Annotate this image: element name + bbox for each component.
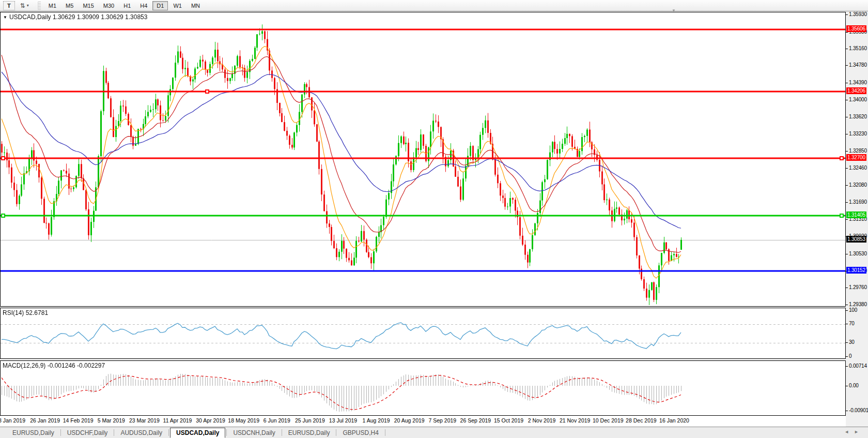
axis-tick-mark	[846, 366, 848, 367]
tab-separator	[168, 429, 169, 436]
tab-scroll-right-icon[interactable]: ►	[854, 429, 864, 434]
timeframe-button-mn[interactable]: MN	[187, 1, 204, 10]
level-price-label: 1.32700	[846, 154, 866, 161]
macd-tick-label: 0.00714	[849, 363, 867, 369]
timeframe-button-h1[interactable]: H1	[119, 1, 135, 10]
axis-tick-mark	[846, 288, 848, 288]
price-tick-label: 1.35160	[849, 46, 867, 51]
toolbar-separator	[38, 2, 41, 10]
timeframe-button-m15[interactable]: M15	[79, 1, 98, 10]
tab-scroll-controls: ◄►	[844, 429, 864, 434]
rsi-tick-label: 70	[849, 321, 855, 326]
chart-tab-gbpusd-h4[interactable]: GBPUSD,H4	[337, 428, 383, 437]
rsi-tick-label: 100	[849, 307, 857, 313]
value-axis[interactable]: 1.359301.355301.351601.347801.343901.340…	[846, 12, 868, 416]
axis-tick-mark	[846, 185, 848, 186]
price-tick-label: 1.32080	[849, 182, 867, 188]
timeframe-button-h4[interactable]: H4	[136, 1, 151, 10]
tab-scroll-left-icon[interactable]: ◄	[844, 429, 854, 434]
rsi-canvas[interactable]	[1, 308, 845, 358]
chart-tab-bar: EURUSD,DailyUSDCHF,DailyAUDUSD,DailyUSDC…	[0, 427, 868, 438]
timeframe-button-m1[interactable]: M1	[44, 1, 60, 10]
rsi-indicator-label: RSI(14) 52.6781	[3, 309, 48, 316]
axis-tick-mark	[846, 83, 848, 83]
date-label: 21 Nov 2019	[560, 417, 591, 424]
date-label: 10 Dec 2019	[593, 417, 624, 424]
date-label: 25 Jun 2019	[295, 417, 325, 424]
chart-ohlc-header: ▼USDCAD,Daily 1.30629 1.30909 1.30629 1.…	[3, 13, 147, 21]
price-tick-label: 1.32460	[849, 165, 867, 171]
macd-canvas[interactable]	[1, 361, 845, 415]
axis-tick-mark	[846, 254, 848, 254]
axis-tick-mark	[846, 117, 848, 117]
date-label: 14 Feb 2019	[63, 417, 94, 424]
time-axis[interactable]: 8 Jan 201926 Jan 201914 Feb 20195 Mar 20…	[0, 416, 846, 427]
mt4-window: { "toolbar": { "text_tool_label": "T", "…	[0, 0, 868, 438]
price-tick-label: 1.33230	[849, 131, 867, 137]
timeframe-button-w1[interactable]: W1	[169, 1, 186, 10]
date-label: 16 Jan 2020	[659, 417, 689, 424]
date-label: 30 Apr 2019	[196, 417, 225, 424]
collapse-triangle-icon: ▼	[3, 15, 7, 20]
axis-tick-mark	[846, 49, 848, 49]
rsi-tick-label: 0	[849, 353, 851, 359]
price-chart-panel	[0, 12, 846, 307]
date-label: 13 Jul 2019	[329, 417, 357, 424]
date-label: 18 May 2019	[228, 417, 259, 424]
axis-tick-mark	[846, 411, 848, 411]
price-tick-label: 1.29760	[849, 284, 867, 290]
tab-separator	[385, 429, 385, 436]
axis-tick-mark	[846, 324, 848, 324]
macd-indicator-label: MACD(12,26,9) -0.001246 -0.002297	[3, 362, 105, 369]
chart-tab-usdcad-daily[interactable]: USDCAD,Daily	[170, 428, 225, 438]
splitter-grip-icon[interactable]: ▼	[672, 8, 676, 13]
macd-tick-label: -0.009015	[849, 407, 868, 413]
price-tick-label: 1.29380	[849, 301, 867, 307]
date-label: 15 Oct 2019	[494, 417, 523, 424]
timeframe-button-m30[interactable]: M30	[99, 1, 118, 10]
timeframe-button-group: M1M5M15M30H1H4D1W1MN	[44, 1, 205, 10]
text-tool-button[interactable]: T	[3, 1, 15, 10]
axis-tick-mark	[846, 168, 848, 169]
date-label: 5 Mar 2019	[98, 417, 125, 424]
tab-separator	[282, 429, 282, 436]
price-tick-label: 1.33620	[849, 114, 867, 119]
chart-tab-usdchf-daily[interactable]: USDCHF,Daily	[62, 428, 113, 437]
level-price-label: 1.34206	[846, 87, 866, 94]
text-tool-icon: T	[7, 3, 11, 9]
toolbar: T ⇅ ▾ M1M5M15M30H1H4D1W1MN	[0, 0, 868, 11]
axis-tick-mark	[846, 219, 848, 220]
timeframe-button-d1[interactable]: D1	[152, 1, 168, 10]
tab-separator	[60, 429, 61, 436]
date-label: 20 Aug 2019	[394, 417, 425, 424]
price-tick-label: 1.31690	[849, 199, 867, 205]
price-tick-label: 1.30530	[849, 251, 867, 256]
axis-tick-mark	[846, 151, 848, 152]
tab-separator	[226, 429, 227, 436]
axis-tick-mark	[846, 310, 848, 311]
tab-separator	[114, 429, 114, 436]
date-label: 26 Sep 2019	[460, 417, 491, 424]
chart-tab-audusd-daily[interactable]: AUDUSD,Daily	[115, 428, 167, 437]
chart-tab-eurusd-daily[interactable]: EURUSD,Daily	[283, 428, 335, 437]
level-price-label: 1.35606	[846, 25, 866, 32]
date-label: 26 Jan 2019	[30, 417, 60, 424]
date-label: 11 Apr 2019	[163, 417, 192, 424]
axis-tick-mark	[846, 202, 848, 203]
chart-styles-button[interactable]: ⇅ ▾	[16, 1, 33, 11]
axis-tick-mark	[846, 32, 848, 33]
arrows-icon: ⇅	[20, 2, 25, 9]
date-label: 1 Aug 2019	[363, 417, 390, 424]
chart-tab-usdcnh-daily[interactable]: USDCNH,Daily	[228, 428, 280, 437]
date-label: 6 Jun 2019	[264, 417, 290, 424]
timeframe-button-m5[interactable]: M5	[61, 1, 78, 10]
price-chart-canvas[interactable]	[1, 12, 845, 306]
axis-tick-mark	[846, 65, 848, 66]
current-price-label: 1.30853	[846, 236, 866, 243]
axis-tick-mark	[846, 386, 848, 386]
date-label: 8 Jan 2019	[0, 417, 25, 424]
chart-tab-eurusd-daily[interactable]: EURUSD,Daily	[7, 428, 59, 437]
chevron-down-icon: ▾	[27, 3, 29, 8]
level-price-label: 1.30152	[846, 267, 866, 274]
axis-tick-mark	[846, 305, 848, 305]
